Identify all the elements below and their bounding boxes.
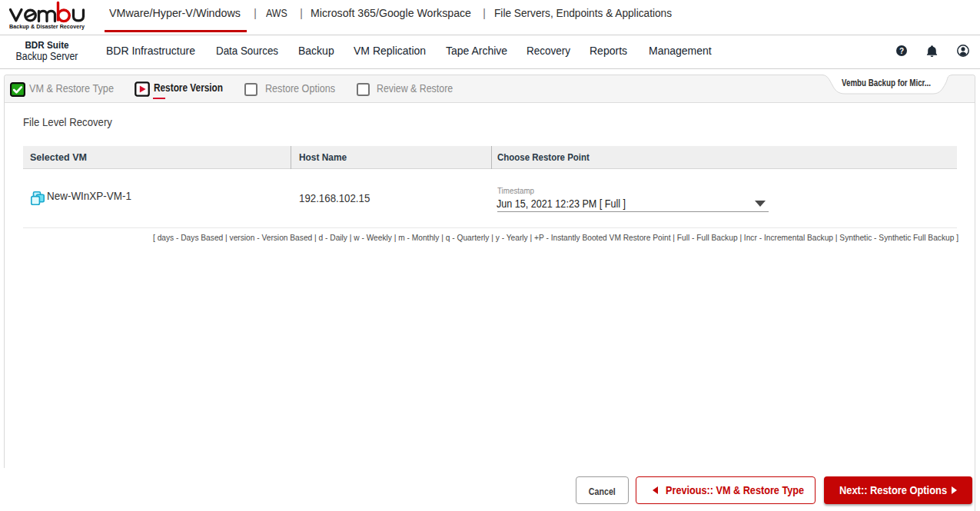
svg-text:?: ? bbox=[899, 47, 904, 55]
